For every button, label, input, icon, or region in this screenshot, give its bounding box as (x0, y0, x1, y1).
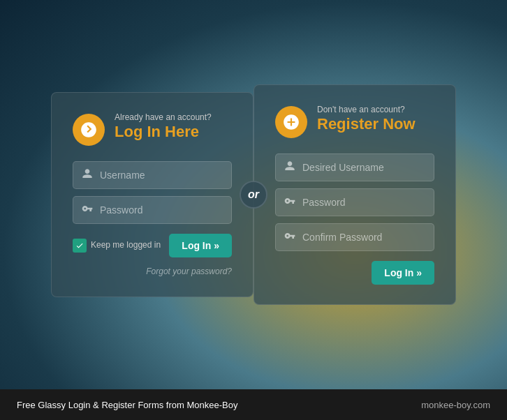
confirm-key-icon (284, 230, 295, 244)
confirm-password-input-group (275, 223, 434, 251)
plus-icon (282, 113, 300, 131)
register-header-text: Don't have an account? Register Now (317, 105, 416, 133)
login-header-text: Already have an account? Log In Here (115, 112, 212, 140)
register-user-icon (284, 160, 295, 174)
register-key-icon (284, 195, 295, 209)
keep-logged-container: Keep me logged in (73, 239, 161, 253)
checkmark-icon (75, 241, 84, 250)
login-footer: Keep me logged in Log In » (73, 234, 232, 257)
register-password-input[interactable] (302, 189, 425, 216)
keep-logged-label: Keep me logged in (91, 240, 161, 251)
register-icon (275, 106, 307, 138)
register-header: Don't have an account? Register Now (275, 105, 434, 138)
username-input[interactable] (100, 162, 223, 188)
user-icon (82, 168, 93, 182)
login-icon (73, 114, 105, 146)
register-password-input-group (275, 188, 434, 216)
confirm-password-input[interactable] (302, 224, 425, 250)
desired-username-input-group (275, 153, 434, 181)
main-area: Already have an account? Log In Here (0, 0, 507, 389)
register-login-button[interactable]: Log In » (372, 261, 434, 285)
username-input-group (73, 161, 232, 189)
forgot-password-container: Forgot your password? (73, 264, 232, 277)
password-input-group (73, 196, 232, 224)
register-subtitle: Don't have an account? (317, 105, 416, 114)
register-title: Register Now (317, 116, 416, 133)
footer-bar: Free Glassy Login & Register Forms from … (0, 389, 507, 420)
login-title: Log In Here (115, 123, 212, 140)
footer-label: Free Glassy Login & Register Forms from … (17, 400, 237, 410)
desired-username-input[interactable] (302, 154, 425, 181)
footer-url: monkee-boy.com (421, 400, 490, 410)
forgot-password-link[interactable]: Forgot your password? (146, 267, 232, 276)
key-icon (82, 203, 93, 217)
login-header: Already have an account? Log In Here (73, 112, 232, 146)
arrow-right-icon (80, 121, 98, 139)
keep-logged-checkbox[interactable] (73, 239, 87, 253)
register-btn-row: Log In » (275, 261, 434, 285)
login-subtitle: Already have an account? (115, 112, 212, 122)
register-card: Don't have an account? Register Now (254, 84, 456, 305)
login-button[interactable]: Log In » (169, 234, 232, 257)
login-password-input[interactable] (100, 197, 223, 223)
login-card: Already have an account? Log In Here (51, 92, 254, 297)
or-divider: or (240, 181, 267, 209)
